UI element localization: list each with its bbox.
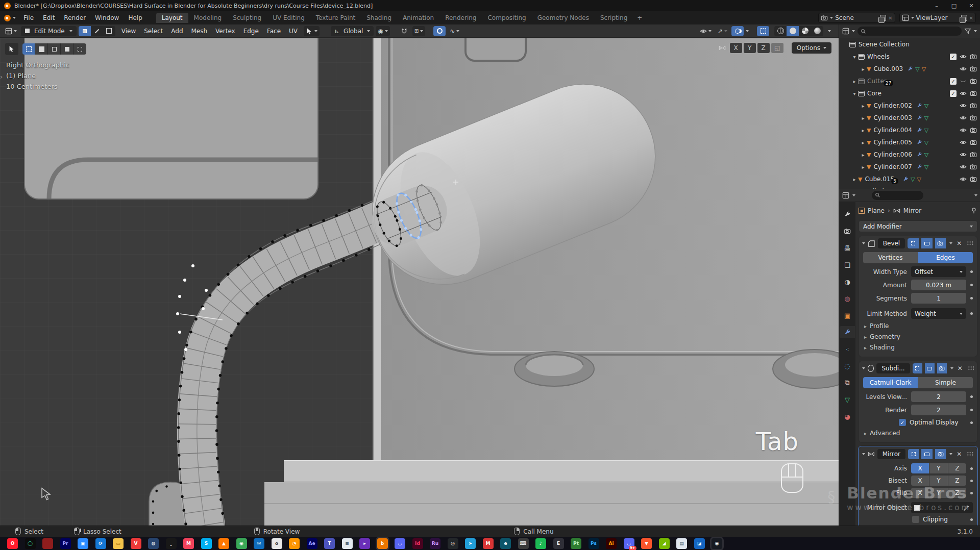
disable-render-icon[interactable]	[970, 114, 977, 121]
taskbar-icon-telegram[interactable]: ➤	[465, 538, 476, 549]
taskbar-icon-edge[interactable]: e	[500, 538, 511, 549]
amount-field[interactable]: 0.023 m	[911, 280, 966, 290]
edit-mode-toggle[interactable]	[908, 238, 919, 248]
segments-field[interactable]: 1	[911, 293, 966, 304]
simple-button[interactable]: Simple	[918, 377, 973, 388]
blender-menu-icon[interactable]	[4, 15, 11, 21]
drag-grip[interactable]	[967, 241, 974, 246]
mirror-x-toggle[interactable]: X	[730, 43, 742, 53]
axis-x-toggle[interactable]: X	[911, 463, 929, 473]
face-select-mode-button[interactable]	[103, 26, 115, 36]
shading-rendered-button[interactable]	[811, 26, 823, 36]
select-extend-button[interactable]	[35, 43, 48, 55]
viewport-menu-edge[interactable]: Edge	[239, 26, 263, 36]
render-levels-field[interactable]: 2	[911, 405, 966, 415]
limit-method-dropdown[interactable]: Weight	[911, 308, 966, 319]
workspace-tab-layout[interactable]: Layout	[156, 13, 188, 23]
hide-viewport-icon[interactable]	[960, 151, 967, 158]
render-properties-tab[interactable]	[840, 225, 855, 237]
maximize-button[interactable]: □	[945, 0, 963, 11]
disable-render-icon[interactable]	[970, 90, 977, 97]
taskbar-icon-discord-2[interactable]: ◡	[395, 538, 405, 549]
collapse-chevron[interactable]	[862, 367, 865, 369]
workspace-tab-compositing[interactable]: Compositing	[482, 13, 531, 23]
blender-menu-chevron-icon[interactable]	[13, 17, 16, 19]
extras-chevron[interactable]	[949, 453, 952, 455]
shading-dropdown[interactable]	[823, 26, 836, 36]
disable-render-icon[interactable]	[970, 127, 977, 134]
extras-chevron[interactable]	[949, 242, 952, 244]
overlays-toggle[interactable]	[731, 26, 744, 36]
clipping-checkbox[interactable]	[912, 516, 919, 523]
shading-solid-button[interactable]	[787, 26, 799, 36]
taskbar-icon-indesign[interactable]: Id	[412, 538, 423, 549]
taskbar-icon-after-effects[interactable]: Ae	[307, 538, 317, 549]
filter-icon[interactable]	[964, 28, 971, 35]
taskbar-icon-steam[interactable]: ◉	[712, 538, 722, 549]
expand-toggle[interactable]: ▸	[851, 79, 858, 84]
properties-search-input[interactable]	[872, 191, 923, 200]
expand-toggle[interactable]: ▾	[851, 91, 858, 96]
disable-render-icon[interactable]	[970, 139, 977, 146]
flip-z-toggle[interactable]: Z	[948, 488, 966, 498]
view-layer-properties-tab[interactable]: ❏	[840, 259, 855, 271]
realtime-toggle[interactable]	[921, 238, 933, 248]
taskbar-icon-search-people[interactable]: ᴏ	[272, 538, 282, 549]
menubar-item-render[interactable]: Render	[59, 13, 90, 23]
taskbar-icon-discord[interactable]: ◡9+	[624, 538, 634, 549]
tweak-tool-button[interactable]	[5, 43, 18, 55]
delete-modifier-icon[interactable]: ✕	[955, 451, 963, 458]
expand-toggle[interactable]: ▸	[851, 177, 858, 182]
taskbar-icon-premiere[interactable]: Pr	[60, 538, 71, 549]
axis-z-toggle[interactable]: Z	[948, 463, 966, 473]
viewport-menu-face[interactable]: Face	[263, 26, 285, 36]
vertices-button[interactable]: Vertices	[863, 252, 918, 263]
mode-dropdown[interactable]: Edit Mode	[21, 26, 77, 36]
modifier-name[interactable]: Mirror	[877, 449, 905, 459]
breadcrumb-item[interactable]: Mirror	[903, 207, 921, 214]
viewport-menu-vertex[interactable]: Vertex	[211, 26, 239, 36]
workspace-tab-sculpting[interactable]: Sculpting	[227, 13, 267, 23]
viewport-menu-view[interactable]: View	[117, 26, 140, 36]
taskbar-icon-miro[interactable]: M	[183, 538, 194, 549]
flip-y-toggle[interactable]: Y	[929, 488, 948, 498]
outliner-row-cylinder-003[interactable]: ▸▼Cylinder.003▽	[839, 112, 980, 124]
taskbar-icon-blender[interactable]: b	[377, 538, 388, 549]
workspace-tab-uv-editing[interactable]: UV Editing	[267, 13, 310, 23]
taskbar-icon-media-app[interactable]: ▸	[359, 538, 370, 549]
disable-render-icon[interactable]	[970, 78, 977, 85]
object-data-properties-tab[interactable]: ▽	[840, 393, 855, 406]
flip-x-toggle[interactable]: X	[911, 488, 929, 498]
active-tool-dropdown[interactable]	[304, 26, 320, 36]
show-object-types-dropdown[interactable]	[698, 26, 714, 36]
close-button[interactable]: ✕	[963, 0, 980, 11]
outliner-options-chevron[interactable]	[974, 30, 977, 32]
outliner-row-cylinder-002[interactable]: ▸▼Cylinder.002▽	[839, 99, 980, 112]
bevel-section-profile[interactable]: ▸Profile	[864, 322, 972, 330]
mirror-y-toggle[interactable]: Y	[744, 43, 756, 53]
scene-selector[interactable]: Scene ✕	[818, 13, 895, 23]
exclude-checkbox[interactable]: ✓	[950, 90, 957, 97]
disable-render-icon[interactable]	[970, 176, 977, 183]
taskbar-icon-audition[interactable]	[42, 538, 53, 549]
disable-render-icon[interactable]	[970, 163, 977, 170]
taskbar-icon-obs[interactable]: ◎	[448, 538, 458, 549]
expand-toggle[interactable]: ▸	[860, 140, 867, 145]
hide-viewport-icon[interactable]	[960, 102, 967, 109]
scene-properties-tab[interactable]: ◑	[840, 276, 855, 288]
taskbar-icon-photos[interactable]: ◪	[694, 538, 705, 549]
expand-toggle[interactable]: ▾	[851, 54, 858, 60]
editor-type-chevron[interactable]	[852, 194, 855, 196]
hide-viewport-icon[interactable]	[960, 114, 967, 121]
taskbar-icon-epic[interactable]: E	[553, 538, 564, 549]
viewport-menu-uv[interactable]: UV	[285, 26, 302, 36]
physics-properties-tab[interactable]: ◌	[840, 360, 855, 372]
taskbar-icon-keyboard-app[interactable]: ⌨	[518, 538, 529, 549]
taskbar-icon-zoom[interactable]: ▣	[78, 538, 88, 549]
expand-toggle[interactable]: ▸	[860, 128, 867, 133]
render-toggle[interactable]	[937, 363, 947, 373]
select-invert-button[interactable]	[61, 43, 74, 55]
viewport-menu-mesh[interactable]: Mesh	[187, 26, 212, 36]
snap-base-icon[interactable]: ◱	[771, 43, 783, 53]
outliner-row-wheels[interactable]: ▾Wheels✓	[839, 51, 980, 63]
